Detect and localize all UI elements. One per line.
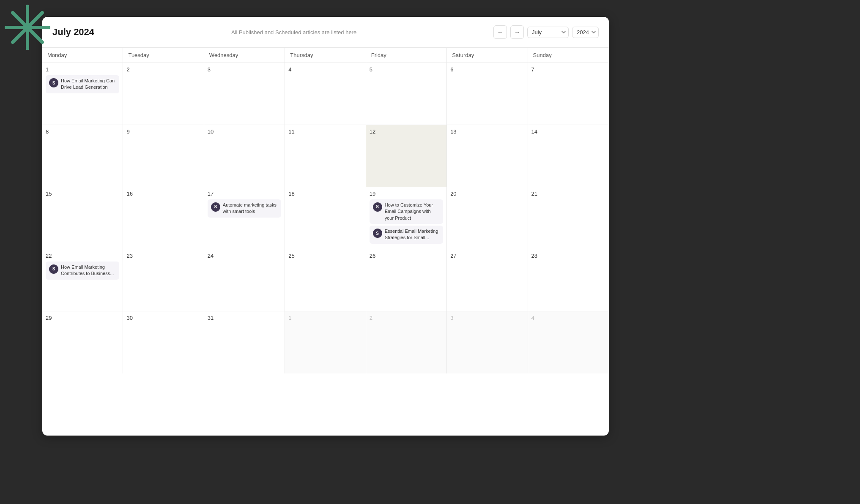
day-number: 17	[208, 191, 281, 197]
day-cell-w2-d4: 11	[285, 125, 366, 187]
day-number: 27	[450, 253, 524, 259]
day-number: 23	[126, 253, 200, 259]
day-cell-w1-d5: 5	[366, 63, 447, 125]
day-number: 10	[208, 128, 281, 135]
day-number: 6	[450, 66, 524, 73]
day-number: 4	[531, 315, 605, 321]
article-card-w3-d3-a1[interactable]: SAutomate marketing tasks with smart too…	[208, 199, 281, 218]
day-number: 31	[208, 315, 281, 321]
day-cell-w3-d4: 18	[285, 187, 366, 249]
calendar-controls: ← → January February March April May Jun…	[493, 25, 599, 39]
calendar-grid: Monday Tuesday Wednesday Thursday Friday…	[42, 48, 609, 436]
day-cell-w4-d5: 26	[366, 249, 447, 311]
article-icon: S	[211, 202, 220, 212]
day-number: 16	[126, 191, 200, 197]
day-cell-w2-d6: 13	[447, 125, 528, 187]
article-icon: S	[373, 229, 382, 238]
day-cell-w5-d7: 4	[528, 311, 609, 373]
day-number: 21	[531, 191, 605, 197]
next-month-button[interactable]: →	[510, 25, 524, 39]
article-title: How Email Marketing Contributes to Busin…	[61, 264, 116, 277]
day-cell-w5-d2: 30	[123, 311, 204, 373]
day-number: 24	[208, 253, 281, 259]
header-monday: Monday	[42, 48, 123, 63]
day-cell-w4-d7: 28	[528, 249, 609, 311]
year-select[interactable]: 2022 2023 2024 2025	[572, 27, 599, 38]
day-headers: Monday Tuesday Wednesday Thursday Friday…	[42, 48, 609, 63]
day-cell-w3-d5: 19SHow to Customize Your Email Campaigns…	[366, 187, 447, 249]
article-card-w3-d5-a2[interactable]: SEssential Email Marketing Strategies fo…	[370, 226, 443, 244]
day-cell-w4-d4: 25	[285, 249, 366, 311]
day-cell-w5-d6: 3	[447, 311, 528, 373]
day-cell-w2-d1: 8	[42, 125, 123, 187]
day-cell-w2-d7: 14	[528, 125, 609, 187]
day-cell-w5-d5: 2	[366, 311, 447, 373]
header-wednesday: Wednesday	[204, 48, 285, 63]
day-cell-w3-d3: 17SAutomate marketing tasks with smart t…	[204, 187, 285, 249]
day-number: 28	[531, 253, 605, 259]
day-cell-w3-d6: 20	[447, 187, 528, 249]
day-number: 14	[531, 128, 605, 135]
day-number: 8	[46, 128, 119, 135]
article-icon: S	[373, 202, 382, 212]
day-number: 3	[208, 66, 281, 73]
day-number: 12	[370, 128, 443, 135]
day-cell-w5-d3: 31	[204, 311, 285, 373]
article-title: Essential Email Marketing Strategies for…	[385, 228, 440, 241]
logo	[4, 4, 51, 51]
day-cell-w3-d2: 16	[123, 187, 204, 249]
day-number: 11	[288, 128, 362, 135]
week-row-3: 151617SAutomate marketing tasks with sma…	[42, 187, 609, 249]
week-row-5: 2930311234	[42, 311, 609, 373]
week-row-2: 891011121314	[42, 125, 609, 187]
day-cell-w5-d4: 1	[285, 311, 366, 373]
calendar-header: July 2024 All Published and Scheduled ar…	[42, 17, 609, 48]
day-number: 2	[126, 66, 200, 73]
day-cell-w1-d2: 2	[123, 63, 204, 125]
day-cell-w4-d3: 24	[204, 249, 285, 311]
day-cell-w4-d1: 22SHow Email Marketing Contributes to Bu…	[42, 249, 123, 311]
header-tuesday: Tuesday	[123, 48, 204, 63]
day-number: 20	[450, 191, 524, 197]
day-cell-w2-d5: 12	[366, 125, 447, 187]
day-cell-w5-d1: 29	[42, 311, 123, 373]
day-number: 29	[46, 315, 119, 321]
day-number: 25	[288, 253, 362, 259]
day-cell-w4-d2: 23	[123, 249, 204, 311]
day-cell-w1-d6: 6	[447, 63, 528, 125]
day-cell-w2-d2: 9	[123, 125, 204, 187]
day-number: 5	[370, 66, 443, 73]
month-select[interactable]: January February March April May June Ju…	[527, 27, 569, 38]
day-cell-w1-d3: 3	[204, 63, 285, 125]
article-card-w4-d1-a1[interactable]: SHow Email Marketing Contributes to Busi…	[46, 262, 119, 280]
day-cell-w4-d6: 27	[447, 249, 528, 311]
calendar-title: July 2024	[52, 27, 94, 38]
day-cell-w1-d4: 4	[285, 63, 366, 125]
header-saturday: Saturday	[447, 48, 528, 63]
article-card-w1-d1-a1[interactable]: SHow Email Marketing Can Drive Lead Gene…	[46, 75, 119, 93]
day-cell-w1-d1: 1SHow Email Marketing Can Drive Lead Gen…	[42, 63, 123, 125]
header-sunday: Sunday	[528, 48, 609, 63]
day-number: 19	[370, 191, 443, 197]
day-number: 4	[288, 66, 362, 73]
week-row-1: 1SHow Email Marketing Can Drive Lead Gen…	[42, 63, 609, 125]
day-number: 26	[370, 253, 443, 259]
week-row-4: 22SHow Email Marketing Contributes to Bu…	[42, 249, 609, 311]
day-cell-w2-d3: 10	[204, 125, 285, 187]
article-title: How to Customize Your Email Campaigns wi…	[385, 202, 440, 221]
day-number: 1	[46, 66, 119, 73]
day-number: 1	[288, 315, 362, 321]
prev-month-button[interactable]: ←	[493, 25, 507, 39]
day-number: 22	[46, 253, 119, 259]
day-cell-w3-d1: 15	[42, 187, 123, 249]
header-friday: Friday	[366, 48, 447, 63]
calendar-container: July 2024 All Published and Scheduled ar…	[42, 17, 609, 436]
article-title: Automate marketing tasks with smart tool…	[223, 202, 278, 215]
article-card-w3-d5-a1[interactable]: SHow to Customize Your Email Campaigns w…	[370, 199, 443, 224]
day-number: 13	[450, 128, 524, 135]
header-thursday: Thursday	[285, 48, 366, 63]
day-cell-w1-d7: 7	[528, 63, 609, 125]
day-number: 18	[288, 191, 362, 197]
article-icon: S	[49, 264, 58, 274]
day-number: 9	[126, 128, 200, 135]
